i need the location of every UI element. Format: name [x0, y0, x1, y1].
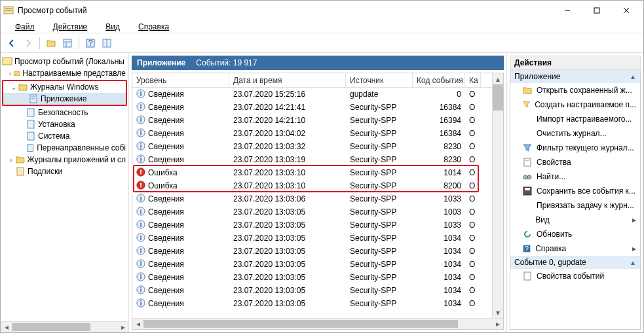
- table-row[interactable]: Ошибка23.07.2020 13:03:10Security-SPP820…: [132, 179, 492, 192]
- titlebar: Просмотр событий: [1, 1, 643, 20]
- task-icon: [522, 200, 533, 211]
- table-row[interactable]: iСведения23.07.2020 13:03:05Security-SPP…: [132, 205, 492, 219]
- help-icon[interactable]: ?: [83, 36, 98, 50]
- svg-rect-40: [140, 186, 142, 187]
- minimize-button[interactable]: [552, 1, 582, 20]
- svg-rect-18: [28, 109, 34, 116]
- tree-system[interactable]: Система: [1, 130, 128, 142]
- tree-label: Подписки: [28, 167, 62, 176]
- actions-group-event[interactable]: Событие 0, gupdate ▲: [510, 256, 640, 269]
- tree-security[interactable]: Безопасность: [1, 107, 128, 118]
- folder-open-icon: [522, 85, 533, 96]
- tree-windows-logs[interactable]: ⌄ Журналы Windows: [3, 81, 126, 93]
- folder-icon: [18, 82, 28, 92]
- info-icon: i: [136, 259, 145, 270]
- log-icon: [26, 119, 36, 130]
- grid-header[interactable]: Уровень Дата и время Источник Код событи…: [132, 73, 492, 88]
- tree-scrollbar-h[interactable]: ◂▸: [1, 321, 128, 332]
- action-open-saved[interactable]: Открыть сохраненный ж...: [510, 83, 640, 97]
- tree-label: Безопасность: [38, 108, 88, 117]
- info-icon: i: [136, 128, 145, 139]
- tree[interactable]: Просмотр событий (Локальны › Настраиваем…: [1, 53, 128, 321]
- tree-forwarded[interactable]: Перенаправленные собі: [1, 142, 128, 154]
- maximize-button[interactable]: [582, 1, 611, 20]
- menu-view[interactable]: Вид: [98, 21, 128, 33]
- svg-rect-22: [17, 167, 24, 175]
- info-icon: i: [136, 194, 145, 205]
- col-category[interactable]: Кa: [465, 73, 481, 87]
- col-level[interactable]: Уровень: [132, 73, 229, 87]
- action-attach-task[interactable]: Привязать задачу к журн...: [510, 198, 640, 213]
- app-icon: [3, 5, 14, 16]
- actions-pane: Действия Приложение ▲ Открыть сохраненны…: [507, 53, 643, 332]
- table-row[interactable]: iСведения23.07.2020 13:03:05Security-SPP…: [132, 284, 492, 297]
- panels-icon[interactable]: [100, 36, 114, 50]
- action-help[interactable]: ?Справка: [510, 241, 640, 256]
- action-create-view[interactable]: Создать настраиваемое п...: [510, 97, 640, 112]
- expand-icon[interactable]: ›: [7, 70, 13, 77]
- tree-app-services-logs[interactable]: › Журналы приложений и сл: [1, 154, 128, 166]
- tree-subscriptions[interactable]: Подписки: [1, 166, 128, 177]
- tree-setup[interactable]: Установка: [1, 118, 128, 130]
- back-button[interactable]: [5, 36, 19, 50]
- info-icon: i: [136, 102, 145, 113]
- table-row[interactable]: iСведения23.07.2020 15:25:16gupdate0О: [132, 88, 492, 101]
- menu-help[interactable]: Справка: [130, 21, 177, 33]
- col-event[interactable]: Код события: [413, 73, 465, 87]
- action-filter[interactable]: Фильтр текущего журнал...: [510, 141, 640, 155]
- tree-label: Система: [38, 131, 69, 141]
- action-import-view[interactable]: Импорт настраиваемого...: [510, 112, 640, 126]
- table-row[interactable]: iСведения23.07.2020 13:03:19Security-SPP…: [132, 153, 492, 166]
- info-icon: i: [136, 298, 145, 309]
- log-icon: [28, 94, 39, 104]
- info-icon: i: [136, 89, 145, 100]
- action-find[interactable]: Найти...: [510, 169, 640, 184]
- table-row[interactable]: iСведения23.07.2020 13:03:05Security-SPP…: [132, 219, 492, 232]
- table-row[interactable]: iСведения23.07.2020 13:03:05Security-SPP…: [132, 258, 492, 271]
- info-icon: i: [136, 115, 145, 126]
- table-row[interactable]: iСведения23.07.2020 13:04:02Security-SPP…: [132, 127, 492, 140]
- binoculars-icon: [522, 171, 533, 182]
- tree-custom-views[interactable]: › Настраиваемые представле: [1, 67, 128, 79]
- collapse-icon[interactable]: ▲: [630, 259, 636, 266]
- grid-body[interactable]: iСведения23.07.2020 15:25:16gupdate0ОiСв…: [132, 88, 492, 318]
- grid-scrollbar-h[interactable]: ◂▸: [132, 318, 503, 329]
- action-save-all[interactable]: Сохранить все события к...: [510, 184, 640, 198]
- tree-root[interactable]: Просмотр событий (Локальны: [1, 56, 128, 67]
- table-row[interactable]: iСведения23.07.2020 13:03:06Security-SPP…: [132, 192, 492, 205]
- actions-group-application[interactable]: Приложение ▲: [510, 70, 640, 83]
- col-source[interactable]: Источник: [346, 73, 413, 87]
- svg-text:i: i: [140, 154, 142, 162]
- action-view-submenu[interactable]: Вид: [510, 213, 640, 227]
- action-properties[interactable]: Свойства: [510, 155, 640, 169]
- folder-icon: [15, 154, 26, 165]
- table-row[interactable]: iСведения23.07.2020 14:21:41Security-SPP…: [132, 101, 492, 114]
- table-row[interactable]: iСведения23.07.2020 14:21:10Security-SPP…: [132, 114, 492, 127]
- menu-action[interactable]: Действие: [45, 21, 96, 33]
- table-row[interactable]: iСведения23.07.2020 13:03:32Security-SPP…: [132, 140, 492, 153]
- layout-icon[interactable]: [60, 36, 75, 50]
- expand-icon[interactable]: ›: [7, 156, 15, 164]
- forward-button[interactable]: [21, 36, 35, 50]
- folder-icon: [13, 68, 21, 79]
- events-count: Событий: 19 917: [196, 58, 257, 67]
- log-icon: [26, 143, 35, 153]
- table-row[interactable]: iСведения23.07.2020 13:03:05Security-SPP…: [132, 232, 492, 245]
- grid-scrollbar-v[interactable]: ▴▾: [492, 73, 503, 318]
- info-icon: i: [136, 141, 145, 152]
- collapse-icon[interactable]: ▲: [630, 73, 636, 80]
- action-event-properties[interactable]: Свойства событий: [510, 269, 640, 283]
- table-row[interactable]: iСведения23.07.2020 13:03:05Security-SPP…: [132, 245, 492, 258]
- folder-icon[interactable]: [44, 36, 58, 50]
- table-row[interactable]: iСведения23.07.2020 13:03:05Security-SPP…: [132, 297, 492, 310]
- col-date[interactable]: Дата и время: [229, 73, 346, 87]
- table-row[interactable]: iСведения23.07.2020 13:03:05Security-SPP…: [132, 271, 492, 284]
- collapse-icon[interactable]: ⌄: [10, 84, 18, 91]
- tree-application[interactable]: Приложение: [3, 93, 126, 105]
- table-row[interactable]: Ошибка23.07.2020 13:03:10Security-SPP101…: [132, 166, 492, 179]
- action-clear-log[interactable]: Очистить журнал...: [510, 126, 640, 141]
- menu-file[interactable]: Файл: [7, 21, 43, 33]
- close-button[interactable]: [611, 1, 641, 20]
- svg-rect-19: [28, 120, 34, 128]
- action-refresh[interactable]: Обновить: [510, 227, 640, 241]
